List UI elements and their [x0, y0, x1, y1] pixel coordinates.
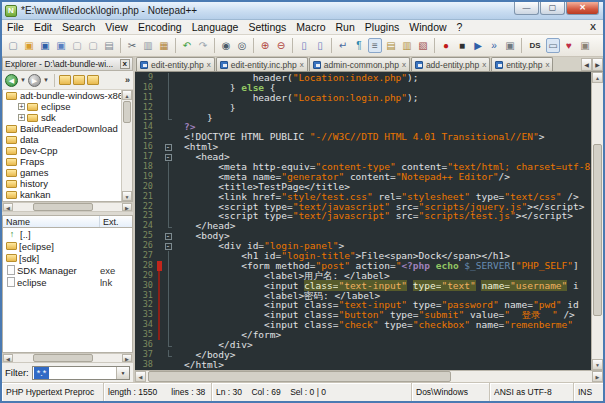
tree-item[interactable]: kankan [3, 189, 132, 200]
zoom-out-icon[interactable]: ⊖ [274, 38, 288, 53]
tree-vertical-scrollbar[interactable]: ▲ ▼ [121, 90, 132, 201]
menu-item-run[interactable]: Run [331, 20, 360, 35]
file-item[interactable]: ↑[..] [3, 228, 132, 240]
tab-edit-entity-inc-php[interactable]: edit-entity.inc.phpx [216, 57, 308, 71]
scrollbar-track[interactable] [13, 203, 122, 211]
undo-icon[interactable]: ↶ [180, 38, 194, 53]
folder-up-icon[interactable] [87, 75, 99, 85]
tab-scroll-left-icon[interactable]: ◀ [581, 58, 592, 71]
macro-record-icon[interactable]: ● [439, 38, 453, 53]
scrollbar-track[interactable] [146, 371, 592, 382]
scroll-left-icon[interactable]: ◀ [3, 354, 13, 362]
tree-item[interactable]: adt-bundle-windows-x86_64-201 [3, 90, 132, 101]
plugin-explorer-icon[interactable]: ▣ [578, 38, 592, 53]
scroll-right-icon[interactable]: ▶ [122, 203, 132, 211]
menu-item-macro[interactable]: Macro [291, 20, 330, 35]
tab-scroll-right-icon[interactable]: ▶ [592, 58, 603, 71]
open-file-icon[interactable]: ▣ [22, 38, 36, 53]
menu-item-file[interactable]: File [2, 20, 29, 35]
code-view[interactable]: 9 header("Location:index.php");10 } else… [135, 73, 591, 370]
tab-close-icon[interactable]: x [545, 61, 549, 69]
status-encoding[interactable]: ANSI as UTF-8 [490, 383, 574, 401]
tree-item[interactable]: BaiduReaderDownload [3, 123, 132, 134]
find-icon[interactable]: ◉ [219, 38, 233, 53]
menu-item-language[interactable]: Language [187, 20, 244, 35]
folder-tree[interactable]: adt-bundle-windows-x86_64-201+eclipse+sd… [2, 90, 133, 202]
title-bar[interactable]: N *E:\www\filedock\login.php - Notepad++… [2, 2, 603, 20]
plugin-ds-icon[interactable]: DS [526, 38, 544, 53]
tab-close-icon[interactable]: x [402, 61, 406, 69]
macro-run-multiple-icon[interactable]: » [487, 38, 501, 53]
editor-vertical-scrollbar[interactable]: ▲ ▼ [591, 72, 603, 370]
menu-item-search[interactable]: Search [57, 20, 100, 35]
function-list-icon[interactable]: ▤ [384, 38, 398, 53]
scroll-up-icon[interactable]: ▲ [592, 72, 603, 83]
sync-vertical-icon[interactable]: ▯ [297, 38, 311, 53]
status-cursor-position[interactable]: Ln : 30 Col : 69 Sel : 0 | 0 [212, 383, 412, 401]
tree-horizontal-scrollbar[interactable]: ◀ ▶ [2, 202, 133, 212]
expand-plus-icon[interactable]: + [18, 114, 25, 121]
new-file-icon[interactable]: ▢ [6, 38, 20, 53]
close-all-icon[interactable]: ▢ [86, 38, 100, 53]
scroll-right-icon[interactable]: ▶ [122, 354, 132, 362]
fold-margin[interactable]: - [162, 231, 174, 241]
tree-item[interactable]: Fraps [3, 156, 132, 167]
macro-stop-icon[interactable]: ■ [455, 38, 469, 53]
scrollbar-thumb[interactable] [33, 354, 93, 362]
new-folder-icon[interactable] [59, 75, 71, 85]
tab-close-icon[interactable]: x [300, 61, 304, 69]
copy-icon[interactable]: ▥ [141, 38, 155, 53]
fold-margin[interactable]: - [162, 152, 174, 162]
save-file-icon[interactable]: ▣ [38, 38, 52, 53]
fold-collapse-icon[interactable]: - [165, 154, 172, 161]
column-ext[interactable]: Ext. [100, 216, 132, 227]
code-line[interactable]: 13 } [135, 113, 591, 123]
tab-add-entity-php[interactable]: add-entity.phpx [411, 57, 490, 71]
word-wrap-icon[interactable]: ↵ [336, 38, 350, 53]
status-eol-format[interactable]: Dos\Windows [412, 383, 490, 401]
user-dialog-icon[interactable]: ▧ [416, 38, 430, 53]
menu-item-encoding[interactable]: Encoding [133, 20, 187, 35]
menu-item-window[interactable]: Window [404, 20, 451, 35]
menu-item-edit[interactable]: Edit [29, 20, 57, 35]
menu-item-help[interactable]: ? [452, 20, 468, 35]
fold-collapse-icon[interactable]: - [165, 233, 172, 240]
tree-item[interactable]: +eclipse [3, 101, 132, 112]
back-menu-icon[interactable]: ▼ [18, 77, 28, 83]
document-monitor-icon[interactable]: ▭ [546, 38, 560, 53]
code-editor[interactable]: 9 header("Location:index.php");10 } else… [135, 72, 603, 370]
maximize-button[interactable]: ▢ [540, 2, 565, 15]
paste-icon[interactable]: ▦ [157, 38, 171, 53]
plugin-mime-heart-icon[interactable]: ♥ [562, 38, 576, 53]
editor-horizontal-scrollbar[interactable]: ◀ ▶ [135, 370, 603, 382]
macro-play-icon[interactable]: ▶ [471, 38, 485, 53]
back-button[interactable]: ◀ [5, 74, 18, 87]
menu-item-plugins[interactable]: Plugins [360, 20, 404, 35]
redo-icon[interactable]: ↷ [196, 38, 210, 53]
file-item[interactable]: [sdk] [3, 252, 132, 264]
file-list[interactable]: ↑[..][eclipse][sdk]SDK Managerexeeclipse… [2, 228, 133, 353]
fold-collapse-icon[interactable]: - [165, 243, 172, 250]
close-button[interactable]: ✕ [566, 2, 599, 15]
save-all-icon[interactable]: ▣ [54, 38, 68, 53]
scroll-down-icon[interactable]: ▼ [122, 191, 132, 201]
scroll-up-icon[interactable]: ▲ [122, 90, 132, 100]
code-line[interactable]: 38</html> [135, 360, 591, 370]
fold-collapse-icon[interactable]: - [165, 144, 172, 151]
fold-margin[interactable]: - [162, 142, 174, 152]
menu-item-view[interactable]: View [100, 20, 133, 35]
sync-horizontal-icon[interactable]: ▯ [313, 38, 327, 53]
column-name[interactable]: Name [3, 216, 100, 227]
status-insert-mode[interactable]: INS [574, 383, 603, 401]
tree-item[interactable]: Dev-Cpp [3, 145, 132, 156]
tab-admin-common-php[interactable]: admin-common.phpx [309, 57, 410, 71]
macro-save-icon[interactable]: ▣ [503, 38, 517, 53]
explorer-caption-bar[interactable]: Explorer - D:\adt-bundle-wi... x [2, 57, 133, 71]
tab-close-icon[interactable]: x [207, 61, 211, 69]
file-item[interactable]: [eclipse] [3, 240, 132, 252]
tree-item[interactable]: +sdk [3, 112, 132, 123]
scroll-right-icon[interactable]: ▶ [592, 371, 603, 382]
minimize-button[interactable]: — [514, 2, 539, 15]
toolbar-overflow-icon[interactable]: » [125, 75, 130, 85]
document-close-icon[interactable]: X [583, 22, 603, 32]
